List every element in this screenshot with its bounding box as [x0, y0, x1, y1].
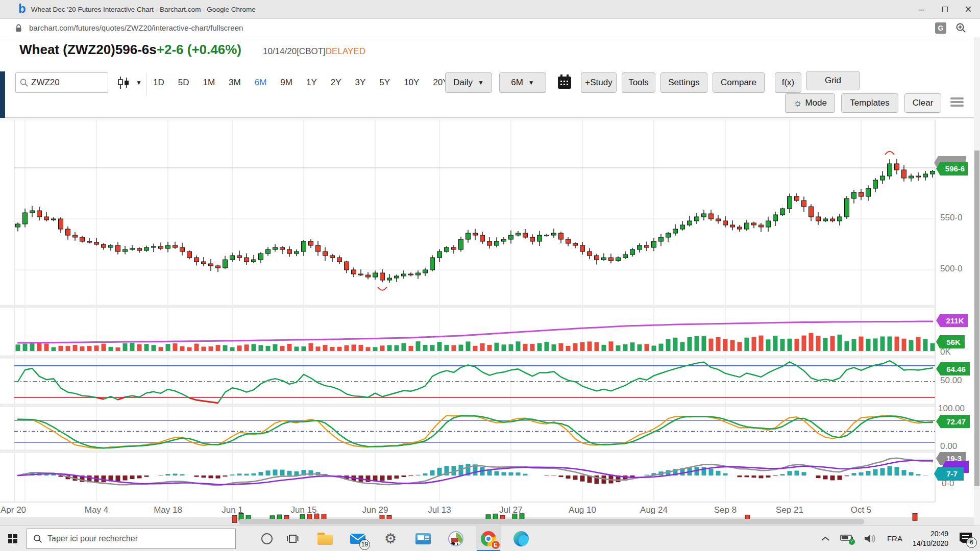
collapsed-sidebar[interactable] — [0, 71, 5, 119]
price-change: +2-6 (+0.46%) — [157, 42, 241, 58]
screen: b Wheat Dec '20 Futures Interactive Char… — [0, 0, 980, 551]
presentation-app-button[interactable] — [410, 526, 436, 551]
close-button[interactable]: × — [957, 0, 980, 19]
edge-icon — [513, 531, 529, 546]
exchange-label: [CBOT] — [297, 46, 326, 57]
x-tick-label: Jul 13 — [416, 505, 462, 515]
search-placeholder: Taper ici pour rechercher — [47, 534, 138, 543]
stoch-badge: 72.47 — [936, 415, 970, 428]
rsi-badge: 64.46 — [936, 362, 970, 375]
farm-app-button[interactable] — [443, 526, 469, 551]
compare-button[interactable]: Compare — [713, 72, 765, 93]
chevron-down-icon: ▼ — [478, 79, 484, 86]
tray-chevron-icon[interactable] — [821, 536, 830, 542]
chart-plot[interactable] — [0, 118, 980, 527]
task-view-icon — [286, 533, 299, 545]
edge-button[interactable] — [508, 526, 534, 551]
settings-button-taskbar[interactable]: ⚙ — [378, 526, 403, 551]
range-9m[interactable]: 9M — [280, 78, 292, 88]
translate-icon[interactable]: G — [935, 22, 946, 34]
window-titlebar: b Wheat Dec '20 Futures Interactive Char… — [0, 0, 980, 19]
range-5d[interactable]: 5D — [178, 78, 189, 88]
x-tick-label: May 18 — [145, 505, 191, 515]
x-tick-label: Sep 8 — [702, 505, 748, 515]
clear-button[interactable]: Clear — [904, 93, 941, 113]
range-1m[interactable]: 1M — [203, 78, 215, 88]
chart-type-selector[interactable]: ▼ — [116, 76, 142, 90]
period-dropdown[interactable]: 6M ▼ — [499, 72, 546, 93]
tray-date: 14/10/2020 — [913, 539, 948, 547]
url-text[interactable]: barchart.com/futures/quotes/ZWZ20/intera… — [29, 23, 243, 32]
vertical-scrollbar-thumb[interactable] — [974, 151, 979, 486]
chrome-notification-badge: E — [491, 540, 500, 549]
templates-button[interactable]: Templates — [841, 93, 898, 113]
browser-address-bar[interactable]: barchart.com/futures/quotes/ZWZ20/intera… — [0, 19, 980, 37]
period-value: 6M — [511, 78, 523, 88]
symbol-input[interactable] — [31, 78, 97, 88]
chart-canvas[interactable]: Apr 20May 4May 18Jun 1Jun 15Jun 29Jul 13… — [0, 118, 980, 526]
tools-button[interactable]: Tools — [622, 72, 655, 93]
range-10y[interactable]: 10Y — [404, 78, 419, 88]
start-button[interactable] — [0, 526, 26, 551]
gear-icon: ⚙ — [384, 531, 397, 547]
windows-logo-icon — [8, 534, 17, 543]
task-view-button[interactable] — [280, 526, 305, 551]
x-tick-label: Jul 27 — [488, 505, 534, 515]
add-study-button[interactable]: +Study — [581, 72, 617, 93]
shield-overlay-icon: ✓ — [849, 539, 855, 545]
range-3m[interactable]: 3M — [229, 78, 241, 88]
mode-button[interactable]: ☼ Mode — [785, 93, 835, 113]
sun-icon: ☼ — [793, 97, 802, 109]
range-5y[interactable]: 5Y — [379, 78, 390, 88]
clock[interactable]: 20:49 14/10/2020 — [913, 529, 948, 547]
fx-button[interactable]: f(x) — [775, 72, 801, 93]
x-tick-label: Jun 15 — [281, 505, 327, 515]
menu-icon[interactable] — [950, 96, 964, 108]
settings-button[interactable]: Settings — [660, 72, 707, 93]
symbol-search[interactable] — [15, 72, 108, 93]
windows-taskbar: Taper ici pour rechercher 19 ⚙ — [0, 525, 980, 551]
calendar-icon[interactable] — [556, 73, 574, 92]
candlestick-type-icon — [116, 76, 131, 90]
stoch-top-label: 100.00 — [938, 404, 965, 414]
price-label-550: 550-0 — [940, 213, 962, 223]
search-icon — [20, 79, 28, 87]
open-interest-badge: 211K — [936, 314, 968, 327]
price-label-500: 500-0 — [940, 264, 962, 274]
notification-center-button[interactable]: 6 — [959, 532, 973, 546]
maximize-button[interactable] — [933, 0, 957, 19]
x-tick-label: Oct 5 — [838, 505, 884, 515]
chevron-down-icon: ▼ — [528, 79, 534, 86]
chrome-button-active[interactable]: E — [476, 526, 501, 551]
system-tray: ✓ FRA 20:49 14/10/2020 6 — [821, 529, 980, 547]
mail-button[interactable]: 19 — [345, 526, 371, 551]
range-1d[interactable]: 1D — [153, 78, 164, 88]
grid-button[interactable]: Grid — [806, 71, 860, 90]
instrument-name: Wheat (ZWZ20) — [19, 42, 115, 58]
range-3y[interactable]: 3Y — [355, 78, 366, 88]
frequency-dropdown[interactable]: Daily ▼ — [445, 72, 492, 93]
range-2y[interactable]: 2Y — [331, 78, 341, 88]
range-6m[interactable]: 6M — [255, 78, 267, 88]
barchart-favicon: b — [18, 2, 26, 16]
macd-teal-badge: 7-7 — [934, 467, 964, 481]
x-tick-label: Sep 21 — [767, 505, 813, 515]
x-tick-label: Jun 29 — [352, 505, 398, 515]
speaker-icon[interactable] — [864, 534, 877, 543]
cortana-button[interactable] — [254, 526, 280, 551]
lock-icon — [15, 24, 22, 32]
window-title: Wheat Dec '20 Futures Interactive Chart … — [31, 6, 256, 13]
minimize-button[interactable]: – — [910, 0, 933, 19]
zoom-in-icon[interactable] — [955, 22, 967, 34]
file-explorer-button[interactable] — [312, 526, 338, 551]
cortana-icon — [261, 533, 273, 544]
taskbar-search[interactable]: Taper ici pour rechercher — [27, 529, 236, 549]
x-tick-label: May 4 — [74, 505, 119, 515]
tractor-icon — [448, 531, 463, 546]
delayed-flag: DELAYED — [326, 46, 365, 57]
language-indicator[interactable]: FRA — [887, 534, 902, 543]
quote-date: 10/14/20 — [263, 46, 297, 57]
battery-icon[interactable]: ✓ — [840, 534, 853, 543]
divider — [146, 73, 146, 95]
range-1y[interactable]: 1Y — [306, 78, 317, 88]
